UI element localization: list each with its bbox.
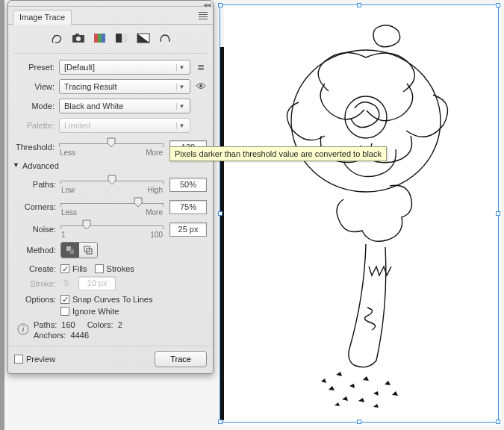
selection-handle[interactable] xyxy=(218,211,223,216)
mode-label: Mode: xyxy=(14,102,59,110)
corners-slider[interactable] xyxy=(60,197,164,209)
svg-point-12 xyxy=(199,84,202,87)
preset-auto-icon[interactable] xyxy=(50,32,63,46)
threshold-slider[interactable] xyxy=(59,137,164,149)
preset-menu-icon[interactable]: ≣ xyxy=(195,62,207,72)
paths-value[interactable]: 50% xyxy=(169,178,207,192)
options-label: Options: xyxy=(16,295,60,304)
preset-colors-icon[interactable] xyxy=(93,32,107,46)
selection-handle[interactable] xyxy=(357,3,361,7)
svg-rect-9 xyxy=(116,34,122,43)
panel-tab-image-trace[interactable]: Image Trace xyxy=(13,10,72,25)
paths-slider[interactable] xyxy=(60,175,164,187)
link-icon: ⇅ xyxy=(60,278,71,288)
canvas[interactable] xyxy=(224,4,500,426)
fills-checkbox[interactable] xyxy=(60,264,69,273)
threshold-tooltip: Pixels darker than threshold value are c… xyxy=(169,146,387,161)
selection-handle[interactable] xyxy=(218,420,223,424)
svg-point-5 xyxy=(76,37,81,41)
preset-dropdown[interactable]: [Default]▼ xyxy=(59,60,190,75)
svg-rect-10 xyxy=(122,34,128,43)
noise-value[interactable]: 25 px xyxy=(169,222,207,237)
svg-point-2 xyxy=(54,35,55,37)
preset-grays-icon[interactable] xyxy=(115,32,128,46)
svg-rect-8 xyxy=(102,34,105,43)
snap-checkbox[interactable] xyxy=(60,295,69,304)
svg-text:i: i xyxy=(22,325,25,334)
preset-label: Preset: xyxy=(14,63,59,72)
palette-dropdown: Limited▼ xyxy=(59,118,190,133)
preset-bw-icon[interactable] xyxy=(137,32,150,46)
corners-label: Corners: xyxy=(16,202,60,211)
palette-label: Palette: xyxy=(14,121,59,130)
image-trace-panel: ◀◀ Image Trace Preset: [Default]▼ ≣ View… xyxy=(7,0,214,374)
stroke-label: Stroke: xyxy=(16,279,60,288)
selection-handle[interactable] xyxy=(357,420,361,424)
noise-label: Noise: xyxy=(16,225,60,234)
selection-handle[interactable] xyxy=(496,211,500,216)
method-label: Method: xyxy=(16,246,60,255)
preview-checkbox[interactable] xyxy=(14,355,23,364)
paths-label: Paths: xyxy=(16,180,60,189)
svg-rect-6 xyxy=(94,34,98,43)
svg-rect-7 xyxy=(98,34,102,43)
preset-outline-icon[interactable] xyxy=(158,32,172,46)
info-icon: i xyxy=(17,323,29,337)
selection-handle[interactable] xyxy=(496,3,500,7)
ignore-white-checkbox[interactable] xyxy=(60,307,69,316)
method-overlapping-button[interactable] xyxy=(79,243,97,258)
view-dropdown[interactable]: Tracing Result▼ xyxy=(59,79,190,94)
create-label: Create: xyxy=(16,264,60,273)
noise-slider[interactable] xyxy=(60,219,164,231)
stroke-value: 10 px xyxy=(78,276,116,290)
view-label: View: xyxy=(14,82,59,91)
corners-value[interactable]: 75% xyxy=(169,200,207,214)
method-abutting-button[interactable] xyxy=(61,243,79,258)
preset-photo-icon[interactable] xyxy=(72,32,85,46)
advanced-toggle[interactable]: ▼Advanced xyxy=(13,161,207,170)
eye-icon[interactable] xyxy=(195,81,207,92)
panel-menu-icon[interactable] xyxy=(196,10,210,21)
selection-handle[interactable] xyxy=(496,420,500,424)
threshold-label: Threshold: xyxy=(14,143,59,152)
selection-handle[interactable] xyxy=(218,3,223,7)
strokes-checkbox[interactable] xyxy=(95,264,104,273)
selection-bounds xyxy=(220,4,499,423)
svg-rect-4 xyxy=(75,34,79,36)
mode-dropdown[interactable]: Black and White▼ xyxy=(59,99,190,113)
svg-rect-14 xyxy=(69,249,74,254)
trace-button[interactable]: Trace xyxy=(155,351,207,367)
